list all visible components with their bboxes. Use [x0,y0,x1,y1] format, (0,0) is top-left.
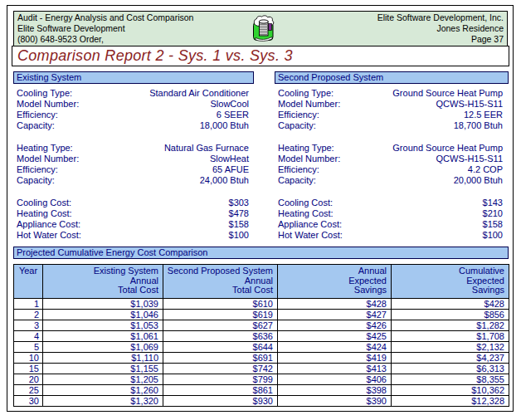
year-cell: 2 [14,309,43,320]
spec-row: Cooling Cost:$303 [13,198,255,208]
cost-cell: $1,708 [392,330,509,341]
spec-label: Appliance Cost: [17,219,80,230]
spec-value: $303 [229,198,249,208]
cooling-spec-group: Cooling Type:Standard Air ConditionerMod… [13,88,255,131]
table-row: 10$1,110$691$419$4,237 [14,352,509,363]
year-cell: 25 [14,384,43,395]
licensee-name: Elite Software Development, Inc. [377,12,504,23]
spec-value: 20,000 Btuh [454,175,503,186]
cost-cell: $1,260 [43,384,163,395]
report-header-left: Audit - Energy Analysis and Cost Compari… [17,12,193,45]
spec-value: $100 [229,230,249,241]
cost-cell: $12,328 [392,395,509,406]
cost-cell: $742 [163,363,278,374]
audit-app-icon [252,15,275,42]
spec-value: 65 AFUE [212,164,249,175]
spec-row: Appliance Cost:$158 [13,219,255,230]
cost-cell: $10,362 [392,384,509,395]
cost-cell: $1,205 [43,374,163,384]
cost-cell: $799 [163,374,278,384]
cost-cell: $856 [392,309,509,320]
cost-cell: $636 [163,330,278,341]
app-title: Audit - Energy Analysis and Cost Compari… [17,12,193,23]
cost-cell: $390 [278,395,392,406]
section-bar-existing-system: Existing System [13,71,254,84]
spec-value: Ground Source Heat Pump [392,88,503,99]
year-cell: 20 [14,374,43,384]
section-bar-projected-comparison: Projected Cumulative Energy Cost Compari… [13,247,509,259]
year-cell: 4 [14,330,43,341]
spec-label: Heating Type: [278,143,334,154]
spec-value: $158 [229,219,249,230]
col-header-annual-expected-savings: Annual Expected Savings [278,265,392,299]
year-cell: 5 [14,341,43,352]
spec-row: Cooling Type:Standard Air Conditioner [13,88,255,99]
spec-label: Heating Type: [17,143,73,154]
existing-system-column: Cooling Type:Standard Air ConditionerMod… [13,88,255,252]
second-proposed-system-column: Cooling Type:Ground Source Heat PumpMode… [275,88,509,252]
cost-cell: $406 [278,374,392,384]
cost-cell: $1,110 [43,352,163,363]
company-name: Elite Software Development [17,23,193,34]
year-cell: 1 [14,298,43,309]
spec-value: 12.5 EER [464,110,503,120]
spec-value: $158 [483,219,503,230]
spec-value: $143 [483,198,503,208]
spec-row: Model Number:QCWS-H15-S11 [275,154,509,164]
table-row: 30$1,320$930$390$12,328 [14,395,509,406]
spec-row: Capacity:18,000 Btuh [13,120,255,131]
cost-cell: $424 [278,341,392,352]
spec-value: Natural Gas Furnace [164,143,249,154]
spec-row: Heating Type:Natural Gas Furnace [13,143,255,154]
spec-value: 4.2 COP [468,164,503,175]
table-header-row: Year Existing System Annual Total Cost S… [14,265,509,299]
spec-value: $100 [483,230,503,241]
report-title: Comparison Report 2 - Sys. 1 vs. Sys. 3 [12,46,509,64]
table-row: 4$1,061$636$425$1,708 [14,330,509,341]
cost-cell: $1,053 [43,320,163,330]
spec-value: Standard Air Conditioner [149,88,249,99]
spec-value: Ground Source Heat Pump [392,143,503,154]
cost-cell: $619 [163,309,278,320]
spec-label: Hot Water Cost: [278,230,343,241]
spec-label: Cooling Cost: [278,198,333,208]
spec-row: Heating Cost:$478 [13,208,255,219]
cost-spec-group: Cooling Cost:$303Heating Cost:$478Applia… [13,198,255,241]
spec-row: Capacity:20,000 Btuh [275,175,509,186]
spec-row: Efficiency:65 AFUE [13,164,255,175]
spec-row: Efficiency:4.2 COP [275,164,509,175]
spec-value: QCWS-H15-S11 [436,99,503,110]
spec-value: 24,000 Btuh [200,175,249,186]
cost-cell: $398 [278,384,392,395]
cost-cell: $1,320 [43,395,163,406]
spec-label: Efficiency: [278,164,319,175]
report-title-box: Comparison Report 2 - Sys. 1 vs. Sys. 3 [12,46,509,66]
project-name: Jones Residence [377,23,504,34]
spec-label: Capacity: [17,175,55,186]
spec-row: Heating Type:Ground Source Heat Pump [275,143,509,154]
spec-row: Heating Cost:$210 [275,208,509,219]
spec-value: 18,000 Btuh [200,120,249,131]
page-number: Page 37 [377,34,504,45]
cooling-spec-group: Cooling Type:Ground Source Heat PumpMode… [275,88,509,131]
spec-row: Appliance Cost:$158 [275,219,509,230]
spec-row: Hot Water Cost:$100 [13,230,255,241]
cost-cell: $861 [163,384,278,395]
section-bar-second-proposed-system: Second Proposed System [275,71,509,84]
heating-spec-group: Heating Type:Ground Source Heat PumpMode… [275,143,509,186]
cost-cell: $6,313 [392,363,509,374]
spec-value: $478 [229,208,249,219]
spec-label: Cooling Type: [17,88,72,99]
cost-cell: $1,061 [43,330,163,341]
spec-row: Hot Water Cost:$100 [275,230,509,241]
spec-value: $210 [483,208,503,219]
cost-cell: $1,039 [43,298,163,309]
table-row: 5$1,069$644$424$2,132 [14,341,509,352]
cost-cell: $1,155 [43,363,163,374]
col-header-cumulative-expected-savings: Cumulative Expected Savings [392,265,509,299]
spec-value: 18,700 Btuh [454,120,503,131]
spec-row: Cooling Cost:$143 [275,198,509,208]
spec-label: Efficiency: [17,164,58,175]
year-cell: 30 [14,395,43,406]
cost-spec-group: Cooling Cost:$143Heating Cost:$210Applia… [275,198,509,241]
